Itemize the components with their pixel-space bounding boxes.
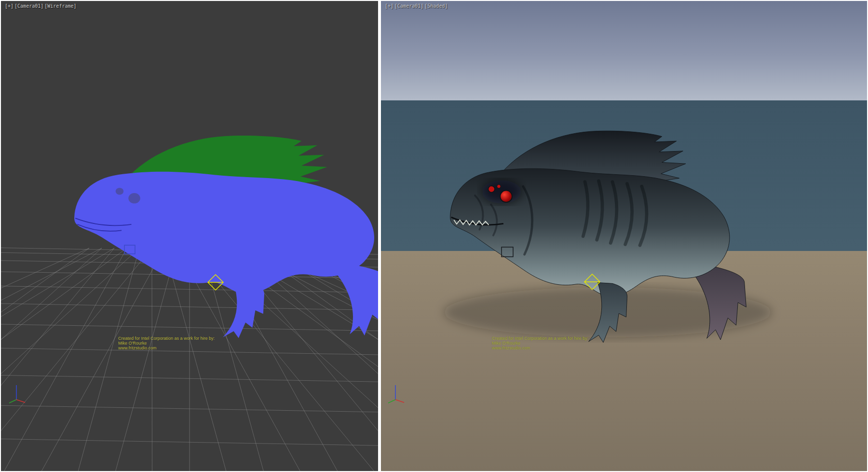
annotation-line-1: Created for Intel Corporation as a work … bbox=[118, 336, 244, 341]
viewport-label: [+][Camera01][Wireframe] bbox=[5, 3, 78, 9]
axis-tripod-icon bbox=[386, 381, 407, 404]
axis-x bbox=[395, 400, 404, 403]
viewport-shaded[interactable]: [+][Camera01][Shaded] Created for Intel … bbox=[381, 1, 867, 471]
viewport-menu-pov[interactable]: [Camera01] bbox=[394, 3, 423, 9]
viewport-menu-shading[interactable]: [Shaded] bbox=[424, 3, 448, 9]
annotation-line-1: Created for Intel Corporation as a work … bbox=[492, 336, 617, 341]
viewport-label: [+][Camera01][Shaded] bbox=[385, 3, 448, 9]
axis-x bbox=[16, 400, 25, 403]
viewport-wireframe[interactable]: [+][Camera01][Wireframe] Created for Int… bbox=[1, 1, 378, 471]
viewport-menu-general[interactable]: [+] bbox=[5, 3, 14, 9]
viewport-menu-general[interactable]: [+] bbox=[385, 3, 393, 9]
axis-y bbox=[9, 400, 16, 403]
copyright-annotation: Created for Intel Corporation as a work … bbox=[492, 336, 617, 350]
annotation-line-3: www.fritzstudio.com bbox=[492, 346, 617, 350]
copyright-annotation: Created for Intel Corporation as a work … bbox=[118, 336, 244, 350]
viewport-layout: [+][Camera01][Wireframe] Created for Int… bbox=[0, 0, 868, 472]
viewport-menu-pov[interactable]: [Camera01] bbox=[14, 3, 43, 9]
axis-tripod-icon bbox=[7, 381, 28, 404]
annotation-line-2: Mike O'Rourke bbox=[118, 341, 244, 346]
viewport-menu-shading[interactable]: [Wireframe] bbox=[44, 3, 76, 9]
transform-gizmo[interactable] bbox=[381, 1, 867, 471]
annotation-line-2: Mike O'Rourke bbox=[492, 341, 617, 346]
transform-gizmo[interactable] bbox=[1, 1, 378, 471]
annotation-line-3: www.fritzstudio.com bbox=[118, 346, 244, 350]
axis-y bbox=[388, 400, 395, 403]
